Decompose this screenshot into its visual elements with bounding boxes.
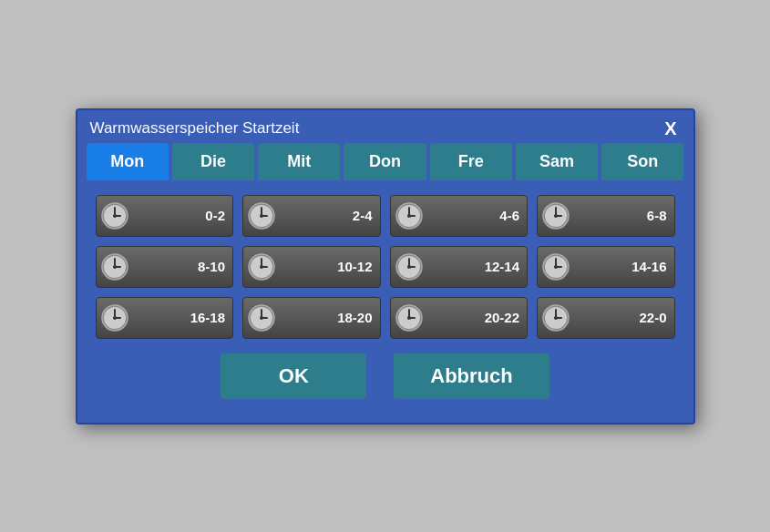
time-slot-0-2[interactable]: 0-2 bbox=[96, 195, 234, 237]
clock-icon bbox=[395, 303, 424, 332]
dialog-title: Warmwasserspeicher Startzeit bbox=[90, 119, 300, 138]
clock-icon bbox=[541, 303, 570, 332]
svg-point-39 bbox=[554, 265, 558, 269]
time-grid: 0-2 2-4 bbox=[96, 195, 675, 339]
svg-point-59 bbox=[554, 316, 558, 320]
clock-icon bbox=[100, 252, 129, 281]
svg-point-34 bbox=[407, 265, 411, 269]
close-button[interactable]: X bbox=[661, 119, 680, 138]
clock-icon bbox=[395, 201, 424, 230]
tab-fre[interactable]: Fre bbox=[430, 143, 512, 180]
time-label-16-18: 16-18 bbox=[190, 310, 225, 325]
clock-icon bbox=[395, 252, 424, 281]
time-label-18-20: 18-20 bbox=[337, 310, 372, 325]
clock-icon bbox=[100, 201, 129, 230]
tab-die[interactable]: Die bbox=[172, 143, 254, 180]
svg-point-44 bbox=[113, 316, 117, 320]
tab-mit[interactable]: Mit bbox=[258, 143, 340, 180]
time-slot-16-18[interactable]: 16-18 bbox=[96, 297, 234, 339]
svg-point-54 bbox=[407, 316, 411, 320]
time-slot-12-14[interactable]: 12-14 bbox=[390, 246, 529, 288]
time-slot-14-16[interactable]: 14-16 bbox=[537, 246, 675, 288]
time-label-4-6: 4-6 bbox=[499, 208, 519, 223]
time-label-20-22: 20-22 bbox=[485, 310, 519, 325]
time-slot-22-0[interactable]: 22-0 bbox=[537, 297, 675, 339]
svg-point-9 bbox=[260, 214, 263, 218]
clock-icon bbox=[247, 252, 276, 281]
content-area: 0-2 2-4 bbox=[77, 180, 693, 423]
time-label-14-16: 14-16 bbox=[631, 259, 666, 274]
time-slot-18-20[interactable]: 18-20 bbox=[242, 297, 381, 339]
time-slot-8-10[interactable]: 8-10 bbox=[96, 246, 234, 288]
clock-icon bbox=[100, 303, 129, 332]
time-label-6-8: 6-8 bbox=[647, 208, 667, 223]
title-bar: Warmwasserspeicher Startzeit X bbox=[77, 110, 693, 143]
time-label-12-14: 12-14 bbox=[485, 259, 519, 274]
tab-sam[interactable]: Sam bbox=[516, 143, 598, 180]
ok-button[interactable]: OK bbox=[221, 353, 366, 399]
time-label-8-10: 8-10 bbox=[198, 259, 225, 274]
svg-point-24 bbox=[113, 265, 117, 269]
tab-mon[interactable]: Mon bbox=[87, 143, 169, 180]
time-label-10-12: 10-12 bbox=[337, 259, 372, 274]
tab-don[interactable]: Don bbox=[344, 143, 426, 180]
svg-point-49 bbox=[260, 316, 263, 320]
tab-son[interactable]: Son bbox=[601, 143, 683, 180]
tab-bar: Mon Die Mit Don Fre Sam Son bbox=[77, 143, 693, 180]
time-label-22-0: 22-0 bbox=[639, 310, 666, 325]
time-slot-6-8[interactable]: 6-8 bbox=[537, 195, 675, 237]
clock-icon bbox=[541, 252, 570, 281]
svg-point-19 bbox=[554, 214, 558, 218]
svg-point-4 bbox=[113, 214, 117, 218]
svg-point-29 bbox=[260, 265, 263, 269]
time-slot-10-12[interactable]: 10-12 bbox=[242, 246, 381, 288]
time-slot-2-4[interactable]: 2-4 bbox=[242, 195, 381, 237]
dialog: Warmwasserspeicher Startzeit X Mon Die M… bbox=[76, 108, 695, 425]
clock-icon bbox=[541, 201, 570, 230]
svg-point-14 bbox=[407, 214, 411, 218]
time-label-2-4: 2-4 bbox=[353, 208, 373, 223]
clock-icon bbox=[247, 201, 276, 230]
buttons-row: OK Abbruch bbox=[96, 353, 675, 408]
clock-icon bbox=[247, 303, 276, 332]
time-slot-20-22[interactable]: 20-22 bbox=[390, 297, 529, 339]
cancel-button[interactable]: Abbruch bbox=[394, 353, 549, 399]
time-slot-4-6[interactable]: 4-6 bbox=[390, 195, 529, 237]
time-label-0-2: 0-2 bbox=[205, 208, 225, 223]
